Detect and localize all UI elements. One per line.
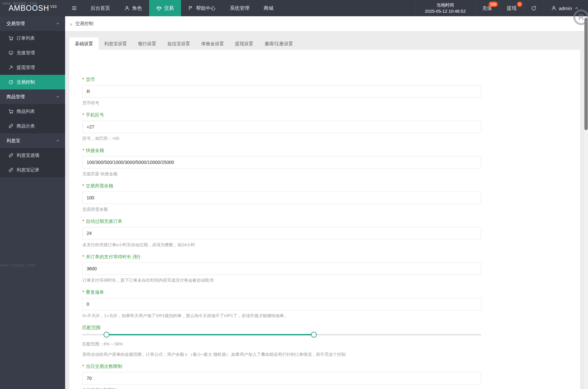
breadcrumb: » 交易控制 xyxy=(65,16,584,31)
scrollbar-thumb[interactable] xyxy=(584,18,588,130)
slider-handle-min[interactable] xyxy=(104,332,109,338)
logo-area: www.myppp.top AMBOOSHV10 xyxy=(0,0,65,16)
sidebar-item-lixibao-options[interactable]: 利息宝选项 xyxy=(0,148,65,163)
refresh-button[interactable] xyxy=(524,0,544,16)
sidebar-item-lixibao-records[interactable]: 利息宝记录 xyxy=(0,163,65,177)
nav-item-home[interactable]: 后台首页 xyxy=(83,0,117,16)
nav-item-label: 商城 xyxy=(264,5,273,11)
sidebar-group-product-management[interactable]: 商品管理 xyxy=(0,89,65,104)
field-label-order-payment-wait-seconds: *未订单的支付等待时长 (秒) xyxy=(82,253,481,260)
sidebar-item-trade-control[interactable]: 交易控制 xyxy=(0,75,65,89)
flag-icon xyxy=(188,6,193,11)
field-help-required-balance: 交易所需余额 xyxy=(82,207,481,212)
nav-item-trade[interactable]: 交易 xyxy=(149,0,181,16)
sidebar: www.myppp.top 交易管理订单列表充值管理提现管理交易控制商品管理商品… xyxy=(0,16,65,389)
required-asterisk: * xyxy=(82,112,84,117)
app-header: www.myppp.top AMBOOSHV10 后台首页角色交易帮助中心系统管… xyxy=(0,0,588,16)
local-time: 当地时间 2025-05-12 10:46:52 xyxy=(415,0,475,16)
tab-withdraw-settings[interactable]: 提现设置 xyxy=(230,37,259,50)
tab-basic-settings[interactable]: 基础设置 xyxy=(69,37,99,50)
nav-item-help-center[interactable]: 帮助中心 xyxy=(181,0,223,16)
input-auto-expire-recharge-order[interactable] xyxy=(82,227,481,239)
slider-handle-max[interactable] xyxy=(311,332,317,338)
sidebar-item-order-list[interactable]: 订单列表 xyxy=(0,31,65,46)
required-asterisk: * xyxy=(82,289,84,295)
nav-item-system[interactable]: 系统管理 xyxy=(223,0,257,16)
field-help-quick-amounts: 充值页面 快捷金额 xyxy=(82,171,481,177)
tab-trial-bonus-settings[interactable]: 体验金设置 xyxy=(196,37,230,50)
required-asterisk: * xyxy=(82,77,84,82)
field-label-daily-trade-limit: *当日交易次数限制 xyxy=(82,363,481,369)
field-label-phone-area-code: *手机区号 xyxy=(82,112,481,118)
recharge-button[interactable]: 充值 186 xyxy=(475,0,499,16)
nav-item-mall[interactable]: 商城 xyxy=(257,0,281,16)
nav-item-label: 交易 xyxy=(164,5,174,11)
sidebar-group-trade-management[interactable]: 交易管理 xyxy=(0,16,65,31)
field-auto-expire-recharge-order: *自动过期充值订单未支付的充值订单x小时后自动过期，必须为整数，如24小时 xyxy=(82,218,481,248)
input-repeat-order[interactable] xyxy=(82,298,481,310)
recharge-badge: 186 xyxy=(489,2,498,7)
sidebar-item-product-list[interactable]: 商品列表 xyxy=(0,104,65,119)
field-help-order-payment-wait-seconds: 订单支付等待时长，新下订单未在此时间内容完成支付将会被自动取消 xyxy=(82,277,481,283)
required-asterisk: * xyxy=(82,254,84,259)
required-asterisk: * xyxy=(82,219,84,224)
link-icon xyxy=(8,124,13,128)
input-required-balance[interactable] xyxy=(82,192,481,204)
withdraw-badge: 0 xyxy=(517,2,522,7)
tab-lixibao-settings[interactable]: 利息宝设置 xyxy=(99,37,133,50)
sidebar-item-label: 交易控制 xyxy=(17,79,35,85)
input-daily-trade-limit[interactable] xyxy=(82,372,481,384)
top-nav: 后台首页角色交易帮助中心系统管理商城 xyxy=(83,0,281,16)
tab-bank-settings[interactable]: 银行设置 xyxy=(133,37,162,50)
sidebar-item-label: 商品分类 xyxy=(17,123,35,129)
input-phone-area-code[interactable] xyxy=(82,121,481,133)
registered-watermark: R xyxy=(573,9,588,25)
logo-version: V10 xyxy=(50,5,57,8)
refresh-icon xyxy=(531,6,537,11)
field-order-payment-wait-seconds: *未订单的支付等待时长 (秒)订单支付等待时长，新下订单未在此时间内容完成支付将… xyxy=(82,253,481,283)
input-currency[interactable] xyxy=(82,85,481,98)
nav-item-label: 帮助中心 xyxy=(196,5,216,11)
screen-icon xyxy=(8,50,13,55)
nav-item-roles[interactable]: 角色 xyxy=(117,0,149,16)
withdraw-label: 提现 xyxy=(507,5,516,11)
sidebar-item-recharge-management[interactable]: 充值管理 xyxy=(0,46,65,60)
field-help-repeat-order: 0=不允许，1=允许，如果昨天用户做了VIP1级别的单，那么他今天就做不了VIP… xyxy=(82,313,481,319)
cart-icon xyxy=(8,36,13,41)
input-quick-amounts[interactable] xyxy=(82,156,481,168)
chevron-down-icon xyxy=(56,21,60,26)
sidebar-group-label: 利息宝 xyxy=(7,138,20,144)
chevron-down-icon xyxy=(56,95,60,99)
tab-invite-register-settings[interactable]: 邀请/注册设置 xyxy=(259,37,299,50)
withdraw-button[interactable]: 提现 0 xyxy=(499,0,524,16)
sidebar-item-label: 订单列表 xyxy=(17,35,35,41)
input-order-payment-wait-seconds[interactable] xyxy=(82,262,481,275)
required-asterisk: * xyxy=(82,183,84,188)
sidebar-item-label: 利息宝记录 xyxy=(17,167,39,173)
site-watermark-2: www.myppp.top xyxy=(1,263,35,267)
field-help-currency: 货币符号 xyxy=(82,100,481,106)
menu-icon xyxy=(71,5,77,11)
sidebar-item-label: 利息宝选项 xyxy=(17,153,39,158)
settings-tabbar: 基础设置利息宝设置银行设置短信宝设置体验金设置提现设置邀请/注册设置 xyxy=(69,37,299,50)
required-asterisk: * xyxy=(82,364,84,369)
slider-description: 系统自动给用户派单的金额范围，计算公式：用户余额 x （最小~最大 随机值）,如… xyxy=(82,352,481,357)
field-currency: *货币货币符号 xyxy=(82,76,481,106)
menu-toggle-button[interactable] xyxy=(65,0,83,16)
sidebar-item-product-category[interactable]: 商品分类 xyxy=(0,119,65,133)
range-slider xyxy=(82,331,481,340)
settings-card: *货币货币符号*手机区号区号，如巴西：+55*快捷金额充值页面 快捷金额*交易所… xyxy=(69,50,580,389)
page-title: 交易控制 xyxy=(75,21,93,27)
gavel-icon xyxy=(8,65,13,70)
tab-sms-settings[interactable]: 短信宝设置 xyxy=(162,37,196,50)
gauge-icon xyxy=(8,80,13,85)
sidebar-group-lixibao[interactable]: 利息宝 xyxy=(0,133,65,148)
slider-label: 匹配范围 xyxy=(82,324,481,331)
field-label-repeat-order: *重复做单 xyxy=(82,289,481,295)
slider-fill xyxy=(106,334,314,335)
site-watermark: www.myppp.top xyxy=(3,1,37,6)
field-help-phone-area-code: 区号，如巴西：+55 xyxy=(82,136,481,141)
sidebar-item-withdraw-management[interactable]: 提现管理 xyxy=(0,60,65,75)
link-icon xyxy=(8,153,13,158)
breadcrumb-symbol: » xyxy=(70,21,72,27)
